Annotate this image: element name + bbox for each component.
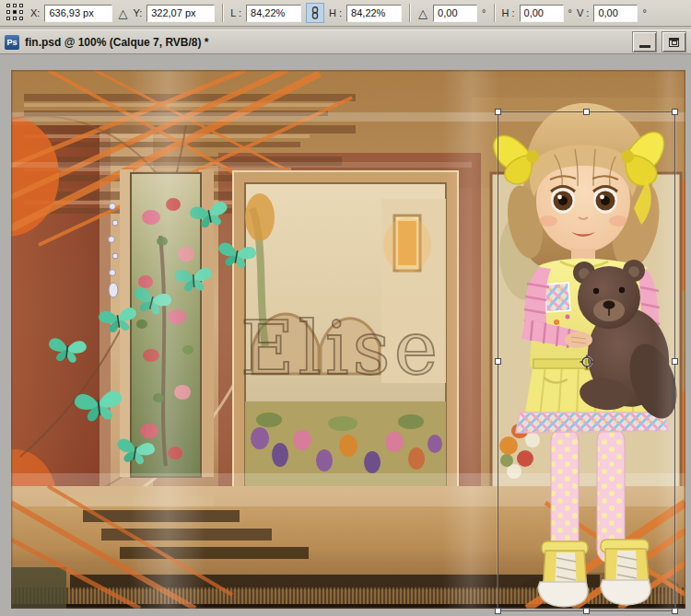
ref-cell — [6, 4, 10, 7]
ref-cell — [19, 4, 23, 7]
restore-button[interactable] — [662, 31, 686, 52]
divider — [494, 4, 495, 22]
v-skew-label: V : — [577, 7, 589, 18]
photoshop-file-icon: Ps — [5, 35, 19, 50]
transform-bounding-box[interactable] — [498, 111, 675, 611]
reference-point-locator-icon[interactable] — [6, 3, 26, 23]
transform-handle-bottom-right[interactable] — [672, 608, 678, 614]
height-scale-field[interactable] — [346, 5, 402, 22]
ref-cell-center — [13, 10, 17, 14]
minimize-icon — [639, 45, 650, 48]
transform-handle-bottom-left[interactable] — [495, 608, 501, 614]
divider — [222, 4, 223, 22]
rotation-field[interactable] — [433, 5, 477, 22]
document-title: fin.psd @ 100% (Calque 7, RVB/8) * — [25, 36, 209, 49]
ref-cell — [19, 10, 23, 14]
watermark-text: Elise — [240, 306, 441, 391]
minimize-button[interactable] — [632, 31, 657, 52]
rotation-degree-unit: ° — [482, 7, 486, 18]
h-skew-degree-unit: ° — [568, 7, 572, 18]
width-label: L : — [230, 7, 241, 18]
relative-position-delta-icon[interactable]: △ — [117, 7, 128, 19]
transform-options-bar: X: △ Y: L : H : △ ° H : ° V : ° — [0, 0, 691, 27]
ref-cell — [6, 17, 10, 20]
document-title-bar[interactable]: Ps fin.psd @ 100% (Calque 7, RVB/8) * — [0, 29, 691, 54]
divider — [409, 4, 410, 22]
h-skew-field[interactable] — [520, 5, 564, 22]
ref-cell — [13, 17, 17, 20]
ps-badge-text: Ps — [6, 38, 17, 47]
x-position-field[interactable] — [44, 5, 112, 22]
window-controls — [632, 31, 686, 52]
transform-reference-point-icon[interactable] — [580, 354, 594, 369]
transform-handle-top-right[interactable] — [672, 109, 678, 115]
y-position-field[interactable] — [146, 5, 215, 22]
transform-handle-middle-right[interactable] — [672, 358, 678, 365]
ref-cell — [6, 10, 10, 14]
x-label: X: — [30, 7, 40, 18]
h-skew-label: H : — [502, 7, 515, 18]
y-label: Y: — [133, 7, 142, 18]
ref-cell — [19, 17, 23, 20]
transform-handle-bottom-center[interactable] — [583, 608, 590, 614]
rotation-angle-icon: △ — [417, 7, 428, 19]
photoshop-window: X: △ Y: L : H : △ ° H : ° V : ° Ps fin.p… — [0, 0, 691, 616]
restore-icon — [669, 38, 679, 47]
link-icon[interactable] — [306, 3, 324, 23]
width-scale-field[interactable] — [246, 5, 301, 22]
chain-glyph — [310, 6, 320, 19]
document-canvas[interactable]: Elise — [11, 70, 685, 609]
v-skew-degree-unit: ° — [642, 7, 646, 18]
transform-handle-top-left[interactable] — [495, 109, 501, 115]
transform-handle-top-center[interactable] — [583, 109, 590, 115]
height-label: H : — [329, 7, 342, 18]
ref-cell — [13, 4, 17, 7]
canvas-workspace: Elise — [0, 54, 691, 615]
transform-handle-middle-left[interactable] — [495, 358, 501, 365]
v-skew-field[interactable] — [593, 5, 638, 22]
